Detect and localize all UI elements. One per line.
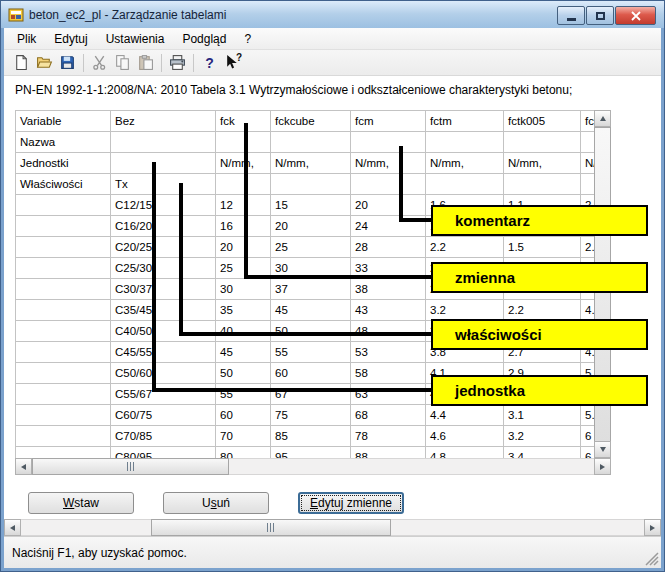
table-cell[interactable]: 1.5 [504, 237, 581, 258]
table-cell[interactable]: 33 [351, 258, 426, 279]
table-cell[interactable]: 16 [216, 216, 271, 237]
maximize-button[interactable] [586, 6, 614, 25]
table-cell[interactable] [351, 132, 426, 153]
table-cell[interactable]: 60 [216, 405, 271, 426]
table-cell[interactable] [16, 447, 111, 459]
table-cell[interactable]: 3.2 [504, 426, 581, 447]
table-cell[interactable]: 60 [271, 363, 351, 384]
table-cell[interactable]: 2.2 [504, 300, 581, 321]
cut-button[interactable] [88, 52, 111, 74]
scroll-down-button[interactable] [594, 441, 611, 458]
save-button[interactable] [56, 52, 79, 74]
table-cell[interactable] [16, 426, 111, 447]
horizontal-scroll-thumb[interactable] [151, 519, 391, 536]
column-header-cell[interactable]: fck [216, 111, 271, 132]
table-cell[interactable]: 30 [271, 258, 351, 279]
table-cell[interactable]: 4.6 [426, 426, 504, 447]
table-cell[interactable]: 50 [216, 363, 271, 384]
table-cell[interactable]: 30 [216, 279, 271, 300]
form-horizontal-scrollbar[interactable] [4, 519, 661, 536]
table-cell[interactable]: 25 [271, 237, 351, 258]
table-cell[interactable]: 68 [351, 405, 426, 426]
table-cell[interactable]: C12/15 [111, 195, 216, 216]
table-cell[interactable]: 63 [351, 384, 426, 405]
table-cell[interactable]: 45 [271, 300, 351, 321]
table-cell[interactable]: 24 [351, 216, 426, 237]
table-cell[interactable]: C50/60 [111, 363, 216, 384]
table-cell[interactable]: N/mm, [581, 153, 595, 174]
table-cell[interactable]: Nazwa [16, 132, 111, 153]
table-cell[interactable] [16, 258, 111, 279]
table-cell[interactable]: N/mm, [271, 153, 351, 174]
column-header-cell[interactable]: fctm [426, 111, 504, 132]
table-cell[interactable]: 70 [216, 426, 271, 447]
table-cell[interactable]: 55 [216, 384, 271, 405]
column-header-cell[interactable]: fckcube [271, 111, 351, 132]
menu-item-edytuj[interactable]: Edytuj [45, 29, 96, 49]
menu-item-podglad[interactable]: Podgląd [173, 29, 235, 49]
table-cell[interactable] [581, 132, 595, 153]
copy-button[interactable] [111, 52, 134, 74]
help-button[interactable]: ? [198, 52, 221, 74]
table-cell[interactable]: 50 [271, 321, 351, 342]
table-cell[interactable] [216, 132, 271, 153]
table-cell[interactable]: C40/50 [111, 321, 216, 342]
table-cell[interactable]: 67 [271, 384, 351, 405]
open-button[interactable] [33, 52, 56, 74]
table-cell[interactable]: 78 [351, 426, 426, 447]
table-cell[interactable]: 5.7 [581, 405, 595, 426]
table-cell[interactable]: 6 [581, 426, 595, 447]
table-cell[interactable]: C60/75 [111, 405, 216, 426]
scroll-right-button[interactable] [594, 458, 611, 475]
table-cell[interactable] [504, 174, 581, 195]
table-cell[interactable]: C25/30 [111, 258, 216, 279]
table-cell[interactable]: Tx [111, 174, 216, 195]
table-cell[interactable] [426, 132, 504, 153]
app-icon[interactable] [8, 7, 24, 23]
table-cell[interactable]: 88 [351, 447, 426, 459]
horizontal-scroll-thumb[interactable] [32, 458, 229, 475]
table-cell[interactable]: 4.2 [581, 300, 595, 321]
usun-button[interactable]: Usuń [163, 492, 269, 514]
column-header-cell[interactable]: Variable [16, 111, 111, 132]
table-cell[interactable]: C16/20 [111, 216, 216, 237]
column-header-cell[interactable]: fcm [351, 111, 426, 132]
close-button[interactable] [615, 6, 656, 25]
table-cell[interactable]: 12 [216, 195, 271, 216]
table-cell[interactable] [111, 153, 216, 174]
table-cell[interactable]: 15 [271, 195, 351, 216]
table-cell[interactable]: 20 [351, 195, 426, 216]
table-cell[interactable] [16, 237, 111, 258]
table-cell[interactable]: 80 [216, 447, 271, 459]
table-cell[interactable] [581, 174, 595, 195]
table-cell[interactable] [426, 174, 504, 195]
table-cell[interactable]: 6.3 [581, 447, 595, 459]
scroll-left-button[interactable] [15, 458, 32, 475]
table-cell[interactable] [16, 384, 111, 405]
table-cell[interactable]: 3.4 [504, 447, 581, 459]
table-cell[interactable] [271, 132, 351, 153]
table-cell[interactable]: N/mm, [216, 153, 271, 174]
table-cell[interactable]: 45 [216, 342, 271, 363]
table-cell[interactable]: 85 [271, 426, 351, 447]
print-button[interactable] [166, 52, 189, 74]
scroll-up-button[interactable] [594, 110, 611, 127]
resize-grip[interactable] [645, 552, 659, 566]
table-horizontal-scrollbar[interactable] [15, 458, 611, 475]
table-cell[interactable]: 43 [351, 300, 426, 321]
table-cell[interactable]: 4.4 [426, 405, 504, 426]
column-header-cell[interactable]: Bez [111, 111, 216, 132]
wstaw-button[interactable]: Wstaw [28, 492, 134, 514]
table-cell[interactable] [16, 195, 111, 216]
table-cell[interactable] [504, 132, 581, 153]
table-cell[interactable] [16, 405, 111, 426]
table-cell[interactable]: 53 [351, 342, 426, 363]
table-cell[interactable]: 4.8 [426, 447, 504, 459]
table-cell[interactable] [351, 174, 426, 195]
table-cell[interactable]: C35/45 [111, 300, 216, 321]
table-cell[interactable] [16, 342, 111, 363]
table-cell[interactable]: 58 [351, 363, 426, 384]
context-help-button[interactable]: ? [221, 52, 244, 74]
new-button[interactable] [10, 52, 33, 74]
table-cell[interactable]: Jednostki [16, 153, 111, 174]
